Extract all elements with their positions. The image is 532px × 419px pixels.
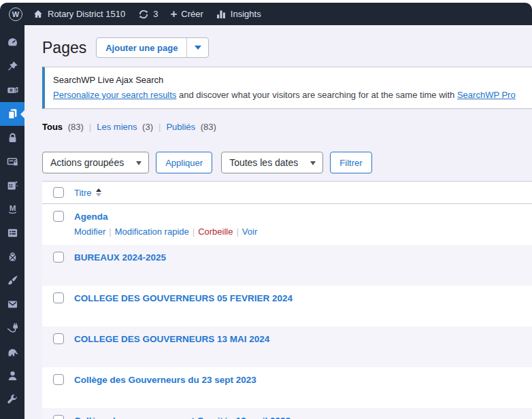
add-page-button[interactable]: Ajouter une page [97,38,186,57]
updates-menu[interactable]: 3 [138,9,158,20]
sidebar-item-plugins[interactable] [0,316,24,340]
row-checkbox[interactable] [53,211,64,222]
view-link[interactable]: Voir [242,227,257,237]
calendar-icon [7,180,18,191]
sidebar-item-lantern[interactable] [0,245,24,269]
caret-down-icon [195,46,201,53]
site-menu[interactable]: Rotary District 1510 [33,9,125,20]
form-icon [7,227,18,239]
view-mine[interactable]: Les miens (3) [97,122,153,132]
wrench-icon [7,394,18,405]
filter-button[interactable]: Filtrer [330,152,371,173]
sidebar-item-media[interactable] [0,78,24,102]
bulk-actions-select[interactable]: Actions groupées [42,152,149,173]
m-logo-icon: M [7,203,18,215]
insights-menu[interactable]: Insights [216,9,261,20]
chevron-down-icon [136,161,142,168]
sidebar-item-lock[interactable] [0,126,24,150]
pages-icon [7,108,18,120]
searchwp-pro-link[interactable]: SearchWP Pro [457,90,516,100]
lantern-icon [7,251,18,263]
sidebar-item-forms[interactable] [0,221,24,245]
apply-button[interactable]: Appliquer [156,152,212,173]
separator: | [159,122,161,132]
sidebar-item-m-plugin[interactable]: M [0,197,24,221]
updates-count: 3 [153,9,158,19]
table-row: Collège des gouverneurs et Comités 13 av… [42,408,532,419]
page-title-link[interactable]: Agenda [74,211,108,222]
media-icon [7,84,18,96]
sidebar-item-membership[interactable] [0,150,24,173]
separator: | [89,122,91,132]
quick-edit-link[interactable]: Modification rapide [115,227,189,237]
sidebar-item-events[interactable] [0,173,24,197]
pages-admin-content: Pages Ajouter une page SearchWP Live Aja… [24,25,532,419]
plus-icon: + [170,10,177,19]
add-page-dropdown-toggle[interactable] [186,38,208,57]
wordpress-admin-window: W Rotary District 1510 3 + Créer Insigh [0,3,532,419]
table-row: Agenda Modifier|Modification rapide|Corb… [42,204,532,245]
row-actions: Modifier|Modification rapide|Corbeille|V… [74,227,532,237]
insights-label: Insights [231,9,261,19]
add-page-split-button: Ajouter une page [96,37,209,58]
page-title-link[interactable]: Collège des Gouverneurs du 23 sept 2023 [74,374,256,386]
page-title-link[interactable]: COLLEGE DES GOUVERNEURS 13 MAI 2024 [74,333,269,345]
row-checkbox[interactable] [53,292,64,303]
dashboard-icon [7,37,18,48]
site-name: Rotary District 1510 [48,9,125,19]
trash-link[interactable]: Corbeille [198,227,233,237]
select-all-checkbox[interactable] [53,187,64,198]
page-title: Pages [42,38,86,57]
sidebar-item-posts[interactable] [0,54,24,78]
svg-text:M: M [9,203,16,212]
row-checkbox[interactable] [53,252,64,263]
envelope-icon [7,299,18,310]
sidebar-item-elephant[interactable] [0,340,24,364]
page-title-link[interactable]: Collège des gouverneurs et Comités 13 av… [74,415,290,419]
user-icon [7,370,18,382]
searchwp-notice: SearchWP Live Ajax Search Personalize yo… [42,67,532,109]
page-title-link[interactable]: BUREAUX 2024-2025 [74,252,166,263]
table-row: Collège des Gouverneurs du 23 sept 2023 [42,367,532,408]
admin-menu-sidebar: M [0,25,24,419]
personalize-results-link[interactable]: Personalize your search results [53,90,176,100]
sort-icon [96,186,101,199]
pages-list-table: Titre Agenda Modifier|Modification rapid… [42,181,532,419]
card-lock-icon [7,156,18,167]
sidebar-item-dashboard[interactable] [0,31,24,54]
sidebar-item-appearance[interactable] [0,269,24,292]
create-label: Créer [181,9,203,19]
edit-link[interactable]: Modifier [74,227,105,237]
brush-icon [7,275,18,286]
view-all[interactable]: Tous (83) [42,122,84,132]
sidebar-item-mail[interactable] [0,292,24,316]
notice-body-text: and discover what your visitors are sear… [176,90,457,100]
row-checkbox[interactable] [53,374,64,385]
plug-icon [7,322,18,334]
pin-icon [7,61,18,72]
table-filter-bar: Actions groupées Appliquer Toutes les da… [42,152,532,173]
post-status-views: Tous (83) | Les miens (3) | Publiés (83) [42,122,532,132]
home-icon [33,9,44,20]
new-content-menu[interactable]: + Créer [170,9,203,19]
dates-filter-select[interactable]: Toutes les dates [221,152,323,173]
admin-bar: W Rotary District 1510 3 + Créer Insigh [0,3,532,25]
table-row: BUREAUX 2024-2025 [42,245,532,286]
sidebar-item-pages[interactable] [0,102,24,126]
view-published[interactable]: Publiés (83) [166,122,216,132]
table-header-row: Titre [42,182,532,204]
page-title-link[interactable]: COLLEGE DES GOUVERNEURS 05 FEVRIER 2024 [74,292,293,304]
wordpress-logo-icon[interactable]: W [9,7,22,21]
elephant-icon [7,346,18,358]
table-row: COLLEGE DES GOUVERNEURS 05 FEVRIER 2024 [42,286,532,326]
sidebar-item-tools[interactable] [0,388,24,412]
sidebar-item-users[interactable] [0,364,24,388]
row-checkbox[interactable] [53,333,64,344]
lock-icon [7,132,18,144]
chevron-down-icon [310,161,316,168]
bar-chart-icon [216,9,227,20]
row-checkbox[interactable] [53,415,64,419]
table-row: COLLEGE DES GOUVERNEURS 13 MAI 2024 [42,326,532,367]
updates-icon [138,9,149,20]
title-column-header[interactable]: Titre [74,186,101,199]
